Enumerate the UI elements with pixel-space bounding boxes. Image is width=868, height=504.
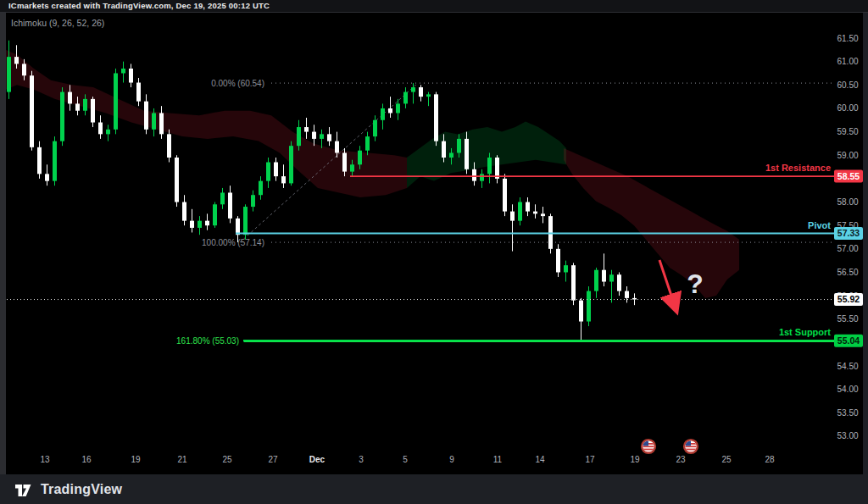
candlestick — [388, 97, 392, 118]
economic-event-icon[interactable] — [642, 440, 655, 453]
candle-body — [541, 213, 545, 216]
candle-body — [228, 192, 232, 218]
candlestick — [304, 118, 309, 139]
candle-body — [259, 181, 263, 196]
candlestick — [419, 85, 423, 101]
svg-text:58.55: 58.55 — [837, 171, 860, 181]
time-axis-label[interactable]: 16 — [81, 455, 92, 464]
candle-body — [495, 158, 499, 179]
support-label: 1st Support — [779, 327, 831, 337]
candle-body — [533, 212, 537, 214]
candle-body — [281, 176, 286, 183]
candle-body — [304, 127, 309, 132]
time-axis-label[interactable]: 19 — [630, 455, 640, 464]
price-axis-tick: 54.50 — [837, 362, 858, 371]
candle-body — [236, 219, 240, 235]
candle-body — [419, 87, 423, 97]
price-axis-tick: 61.00 — [837, 57, 858, 66]
candle-body — [594, 270, 598, 291]
candle-body — [182, 202, 186, 221]
candle-body — [167, 134, 171, 158]
time-axis-label[interactable]: 21 — [177, 455, 187, 464]
candlestick — [228, 186, 232, 223]
candle-body — [358, 151, 362, 165]
candle-body — [472, 169, 476, 181]
candlestick — [312, 125, 316, 146]
candle-body — [342, 152, 347, 171]
time-axis-label[interactable]: 9 — [449, 455, 454, 464]
candle-body — [457, 139, 461, 153]
candlestick — [556, 244, 560, 277]
candle-body — [53, 141, 57, 181]
price-axis-tick: 55.50 — [837, 314, 858, 324]
candlestick — [129, 64, 133, 87]
candle-body — [274, 163, 278, 177]
candlestick — [625, 286, 629, 302]
price-axis-tick: 59.00 — [837, 151, 858, 160]
candle-body — [320, 134, 324, 139]
candle-body — [198, 221, 202, 228]
candlestick — [175, 155, 179, 207]
candle-body — [114, 73, 118, 129]
candle-body — [289, 146, 293, 183]
candlestick — [381, 103, 385, 129]
candlestick — [106, 125, 110, 141]
candle-body — [98, 123, 103, 135]
candle-body — [159, 113, 164, 134]
tradingview-wordmark[interactable]: TradingView — [41, 482, 122, 497]
time-axis-label[interactable]: 14 — [535, 455, 545, 464]
candlestick — [259, 176, 263, 200]
candlestick — [510, 204, 515, 251]
fib-level-label: 100.00% (57.14) — [202, 238, 264, 247]
candle-body — [14, 57, 19, 64]
candle-body — [175, 158, 179, 202]
candlestick — [45, 164, 49, 186]
candle-body — [68, 92, 72, 104]
time-axis-label[interactable]: 25 — [721, 455, 732, 464]
ichimoku-cloud — [407, 121, 566, 188]
candlestick — [365, 132, 370, 156]
candle-body — [465, 139, 469, 169]
candlestick — [518, 197, 522, 225]
candlestick — [281, 164, 286, 188]
candle-body — [365, 136, 370, 151]
time-axis-label[interactable]: 13 — [40, 455, 50, 464]
time-axis-label[interactable]: 23 — [676, 455, 686, 464]
indicator-label[interactable]: Ichimoku (9, 26, 52, 26) — [11, 18, 104, 28]
time-axis-label[interactable]: Dec — [309, 455, 326, 464]
price-axis-tick: 59.50 — [837, 127, 858, 136]
time-axis-label[interactable]: 11 — [493, 455, 503, 464]
time-axis-label[interactable]: 28 — [765, 455, 775, 464]
candle-body — [190, 221, 194, 228]
candle-body — [388, 108, 392, 114]
price-axis-tick: 61.50 — [837, 34, 858, 43]
candlestick — [541, 207, 545, 223]
candlestick — [526, 197, 530, 216]
candle-body — [136, 83, 141, 102]
time-axis-label[interactable]: 17 — [585, 455, 595, 464]
candlestick — [53, 136, 57, 186]
candlestick — [274, 158, 278, 181]
candlestick — [220, 188, 225, 209]
candle-body — [503, 179, 507, 212]
time-axis-label[interactable]: 5 — [403, 455, 408, 464]
candle-body — [251, 195, 255, 207]
candlestick — [609, 270, 614, 303]
time-axis-label[interactable]: 19 — [131, 455, 141, 464]
candlestick — [533, 204, 537, 219]
price-axis-tick: 60.50 — [837, 80, 858, 90]
candle-body — [449, 152, 453, 158]
candlestick — [587, 286, 591, 326]
tradingview-logo-icon[interactable] — [13, 479, 33, 500]
time-axis-label[interactable]: 3 — [359, 455, 364, 464]
chart-title: ICmarkets created with TradingView.com, … — [8, 1, 270, 10]
candle-body — [617, 274, 621, 291]
economic-event-icon[interactable] — [684, 440, 698, 453]
time-axis-label[interactable]: 25 — [222, 455, 232, 464]
candle-body — [548, 216, 553, 249]
candlestick — [198, 216, 202, 235]
price-axis-tick: 54.00 — [837, 385, 858, 394]
time-axis-label[interactable]: 27 — [268, 455, 278, 464]
price-axis-tick: 56.50 — [837, 268, 858, 277]
price-chart-canvas[interactable]: 0.00% (60.54)100.00% (57.14)161.80% (55.… — [0, 0, 868, 504]
